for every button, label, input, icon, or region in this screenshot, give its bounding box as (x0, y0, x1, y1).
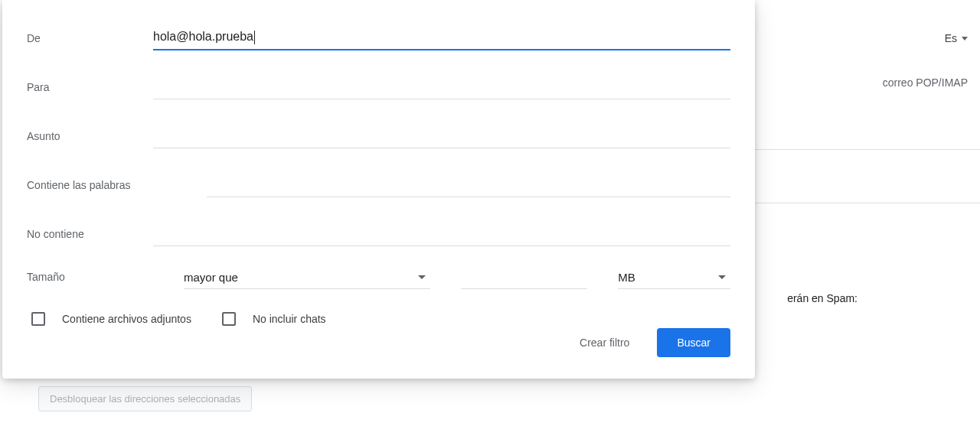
to-input[interactable] (153, 77, 730, 99)
subject-row: Asunto (27, 121, 730, 148)
from-input[interactable]: hola@hola.prueba (153, 27, 730, 50)
size-row: Tamaño mayor que MB (27, 268, 730, 289)
text-caret-icon (254, 31, 255, 44)
divider (750, 149, 980, 150)
not-has-input[interactable] (153, 224, 730, 246)
checkbox-icon (222, 312, 236, 326)
spam-text-fragment: erán en Spam: (787, 292, 858, 304)
chevron-down-icon (718, 275, 726, 279)
pop-imap-tab-fragment: correo POP/IMAP (883, 76, 968, 89)
from-row: De hola@hola.prueba (27, 23, 730, 50)
has-words-row: Contiene las palabras (27, 170, 730, 197)
from-label: De (27, 32, 153, 50)
divider (750, 203, 980, 203)
exclude-chats-checkbox[interactable]: No incluir chats (222, 312, 326, 326)
size-amount-input[interactable] (461, 281, 588, 289)
chevron-down-icon (418, 275, 426, 279)
not-has-label: No contiene (27, 228, 153, 246)
search-button[interactable]: Buscar (657, 328, 730, 357)
size-unit-select[interactable]: MB (618, 268, 730, 289)
to-label: Para (27, 81, 153, 99)
create-filter-button[interactable]: Crear filtro (577, 330, 632, 355)
has-words-label: Contiene las palabras (27, 179, 207, 197)
checkbox-icon (31, 312, 45, 326)
subject-input[interactable] (153, 126, 730, 148)
subject-label: Asunto (27, 130, 153, 148)
exclude-chats-label: No incluir chats (253, 313, 326, 325)
unblock-addresses-button[interactable]: Desbloquear las direcciones seleccionada… (38, 386, 252, 411)
size-operator-value: mayor que (184, 271, 238, 284)
size-label: Tamaño (27, 271, 153, 289)
has-attachments-label: Contiene archivos adjuntos (62, 313, 191, 325)
chevron-down-icon (962, 37, 968, 41)
not-has-row: No contiene (27, 219, 730, 246)
has-words-input[interactable] (207, 175, 730, 197)
language-selector[interactable]: Es (945, 32, 968, 44)
size-unit-value: MB (618, 271, 635, 284)
options-row: Contiene archivos adjuntos No incluir ch… (27, 312, 730, 326)
search-filter-dialog: De hola@hola.prueba Para Asunto Contiene… (2, 0, 755, 379)
size-operator-select[interactable]: mayor que (184, 268, 430, 289)
has-attachments-checkbox[interactable]: Contiene archivos adjuntos (31, 312, 191, 326)
to-row: Para (27, 72, 730, 99)
dialog-actions: Crear filtro Buscar (577, 328, 730, 357)
language-label: Es (945, 32, 957, 44)
from-input-value: hola@hola.prueba (153, 30, 253, 43)
